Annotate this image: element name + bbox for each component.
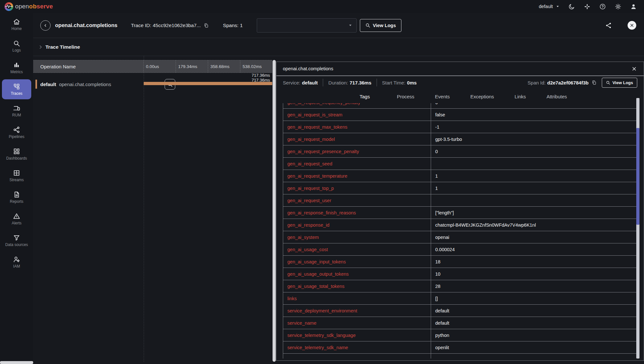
timeline-table-header: Operation Name 0.00us179.34ms358.68ms538…: [33, 60, 272, 73]
tag-row[interactable]: gen_ai_usage_total_tokens 28: [283, 280, 636, 292]
sidebar-item-rum[interactable]: RUM: [2, 101, 31, 121]
close-span-detail-icon[interactable]: [632, 66, 637, 71]
tag-row[interactable]: service_deployment_environment default: [283, 305, 636, 317]
tag-row[interactable]: gen_ai_request_is_stream false: [283, 109, 636, 121]
tag-row[interactable]: gen_ai_request_model gpt-3.5-turbo: [283, 133, 636, 145]
span-duration-bar[interactable]: [144, 82, 272, 85]
tag-row[interactable]: gen_ai_request_top_p 1: [283, 182, 636, 194]
tag-row[interactable]: service_name default: [283, 317, 636, 329]
org-selector-value: default: [539, 4, 553, 9]
tag-row[interactable]: gen_ai_request_presence_penalty 0: [283, 145, 636, 158]
tag-key: gen_ai_request_temperature: [283, 170, 431, 182]
span-detail-titlebar: openai.chat.completions: [276, 62, 644, 76]
iam-icon: [13, 256, 20, 263]
tab-tags[interactable]: Tags: [351, 94, 378, 104]
tab-process[interactable]: Process: [395, 94, 416, 104]
sidebar-item-logs[interactable]: Logs: [2, 36, 31, 56]
sidebar-scrollbar[interactable]: [0, 361, 33, 364]
tag-row[interactable]: gen_ai_system openai: [283, 231, 636, 243]
search-icon: [13, 40, 20, 47]
back-button[interactable]: [40, 20, 51, 31]
start-time-meta: Start Time:0ms: [382, 80, 417, 85]
openobserve-logo[interactable]: openobserve: [0, 2, 53, 11]
tag-row[interactable]: gen_ai_request_frequency_penalty 0: [283, 103, 636, 109]
tag-key: gen_ai_usage_cost: [283, 243, 431, 255]
tag-value: 0: [431, 145, 636, 157]
tag-key: gen_ai_request_max_tokens: [283, 121, 431, 133]
org-selector[interactable]: default: [539, 4, 560, 9]
tag-value: 1: [431, 182, 636, 194]
operation-name-header: Operation Name: [33, 60, 143, 73]
timeline-tick: 358.68ms: [208, 60, 240, 73]
dark-mode-toggle[interactable]: [568, 3, 575, 10]
user-menu-icon[interactable]: [630, 3, 637, 10]
tag-value: [431, 354, 636, 359]
view-logs-button[interactable]: View Logs: [360, 19, 401, 32]
sidebar-item-pipelines[interactable]: Pipelines: [2, 123, 31, 143]
timeline-scrollbar[interactable]: [273, 60, 276, 362]
service-meta: Service:default: [283, 80, 318, 85]
sidebar-item-datasources[interactable]: Data sources: [2, 231, 31, 251]
tag-row[interactable]: gen_ai_response_finish_reasons ["length"…: [283, 207, 636, 219]
tab-attributes[interactable]: Attributes: [544, 94, 569, 104]
top-app-bar: openobserve default: [0, 0, 644, 13]
tag-row[interactable]: gen_ai_usage_input_tokens 18: [283, 256, 636, 268]
copy-trace-id-icon[interactable]: [204, 23, 209, 28]
close-trace-button[interactable]: [628, 21, 636, 30]
traces-icon: [13, 83, 20, 90]
sidebar-item-iam[interactable]: IAM: [2, 252, 31, 272]
tag-value: default: [431, 317, 636, 329]
duration-end-label: 717.36ms: [252, 73, 270, 78]
slack-icon[interactable]: [584, 3, 591, 10]
timeline-column-divider: [144, 56, 144, 362]
trace-timeline-header[interactable]: Trace Timeline: [33, 38, 644, 56]
metrics-icon: [13, 61, 20, 69]
tag-value: 10: [431, 268, 636, 280]
tab-exceptions[interactable]: Exceptions: [468, 94, 496, 104]
detail-scrollbar-thumb[interactable]: [636, 128, 639, 225]
sidebar-item-traces[interactable]: Traces: [2, 79, 31, 99]
tag-key: gen_ai_response_finish_reasons: [283, 207, 431, 219]
copy-span-id-icon[interactable]: [591, 80, 597, 85]
tag-row[interactable]: service_telemetry_sdk_language python: [283, 329, 636, 341]
topbar-actions: default: [539, 3, 644, 10]
alerts-icon: [13, 212, 20, 220]
detail-scrollbar-track[interactable]: [636, 98, 639, 359]
tag-row[interactable]: gen_ai_usage_output_tokens 10: [283, 268, 636, 280]
datasources-icon: [13, 234, 20, 241]
tag-row[interactable]: gen_ai_usage_cost 0.000024: [283, 243, 636, 256]
main-content: openai.chat.completions Trace ID: 45cc92…: [33, 13, 644, 364]
search-icon: [365, 23, 370, 28]
span-selector-dropdown[interactable]: [257, 18, 357, 33]
tag-row[interactable]: gen_ai_request_temperature 1: [283, 170, 636, 182]
tag-key: gen_ai_usage_output_tokens: [283, 268, 431, 280]
sidebar-item-metrics[interactable]: Metrics: [2, 58, 31, 78]
tab-events[interactable]: Events: [433, 94, 452, 104]
span-view-logs-button[interactable]: View Logs: [602, 78, 637, 88]
trace-timeline-title: Trace Timeline: [45, 44, 80, 50]
timeline-tick: 538.02ms: [240, 60, 272, 73]
timeline-tick: 0.00us: [143, 60, 176, 73]
share-icon[interactable]: [605, 22, 612, 29]
tag-row[interactable]: service_telemetry_sdk_name openlit: [283, 341, 636, 354]
tag-row[interactable]: [283, 354, 636, 359]
tag-row[interactable]: gen_ai_request_user: [283, 194, 636, 207]
tag-row[interactable]: links []: [283, 292, 636, 305]
reports-icon: [13, 191, 20, 198]
sidebar-item-dashboards[interactable]: Dashboards: [2, 144, 31, 164]
tag-value: 0: [431, 103, 636, 108]
sidebar-item-streams[interactable]: Streams: [2, 166, 31, 186]
sidebar-item-reports[interactable]: Reports: [2, 187, 31, 207]
tag-value: 0.000024: [431, 243, 636, 255]
tag-key: gen_ai_system: [283, 231, 431, 243]
settings-icon[interactable]: [615, 3, 621, 10]
tag-key: service_telemetry_sdk_name: [283, 341, 431, 353]
tag-value: []: [431, 292, 636, 304]
tab-links[interactable]: Links: [513, 94, 528, 104]
sidebar-item-home[interactable]: Home: [2, 15, 31, 34]
sidebar-item-alerts[interactable]: Alerts: [2, 209, 31, 229]
tag-row[interactable]: gen_ai_request_max_tokens -1: [283, 121, 636, 133]
tag-row[interactable]: gen_ai_request_seed: [283, 158, 636, 170]
tag-row[interactable]: gen_ai_response_id chatcmpl-B4WErJKGZnfS…: [283, 219, 636, 231]
help-icon[interactable]: [599, 3, 606, 10]
